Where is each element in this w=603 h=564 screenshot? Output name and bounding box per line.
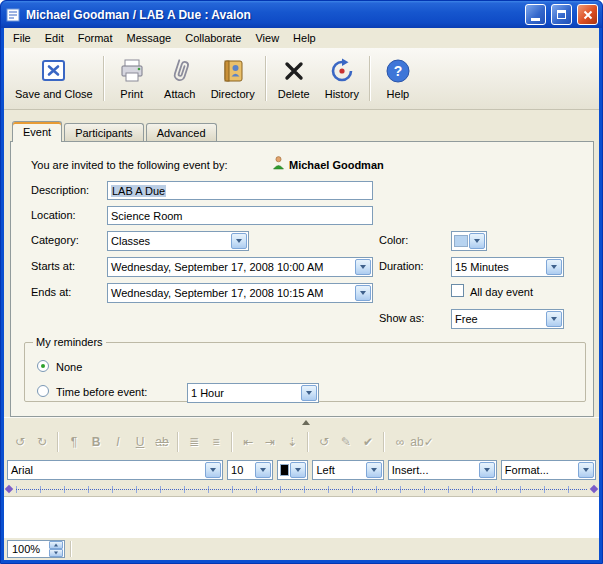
spellcheck-button[interactable]: ab✓ [411,431,433,453]
menu-file[interactable]: File [6,29,38,47]
maximize-button[interactable] [551,4,572,25]
chevron-down-icon [366,462,382,478]
menu-collaborate[interactable]: Collaborate [178,29,248,47]
color-select[interactable] [451,231,487,251]
rotate-button[interactable]: ↺ [313,431,335,453]
numbered-list-button[interactable]: ≡ [205,431,227,453]
color-swatch [454,235,468,247]
undo-button[interactable]: ↺ [9,431,31,453]
show-as-label: Show as: [379,312,424,324]
zoom-spinner [49,541,63,557]
history-icon [328,57,356,85]
menu-format[interactable]: Format [71,29,120,47]
redo-button[interactable]: ↻ [31,431,53,453]
help-button[interactable]: ? Help [374,50,422,107]
window-title: Michael Goodman / LAB A Due : Avalon [26,8,520,22]
category-label: Category: [31,234,79,246]
titlebar[interactable]: Michael Goodman / LAB A Due : Avalon [1,1,602,28]
italic-button[interactable]: I [107,431,129,453]
ruler-line [16,489,587,490]
print-button[interactable]: Print [108,50,156,107]
indent-button[interactable]: ⇥ [259,431,281,453]
zoom-control[interactable]: 100% [7,540,65,558]
reminder-time-radio[interactable] [37,385,49,397]
history-button[interactable]: History [318,50,366,107]
format-separator [383,432,385,452]
toolbar-separator [369,56,371,101]
menu-view[interactable]: View [248,29,286,47]
description-value: LAB A Due [111,185,166,197]
duration-select[interactable]: 15 Minutes [451,257,564,277]
ends-at-select[interactable]: Wednesday, September 17, 2008 10:15 AM [107,283,373,303]
statusbar: 100% [4,537,599,560]
collapse-divider[interactable] [4,417,599,427]
chevron-down-icon [578,462,594,478]
chevron-down-icon [355,285,371,301]
starts-at-select[interactable]: Wednesday, September 17, 2008 10:00 AM [107,257,373,277]
outdent-button[interactable]: ⇤ [237,431,259,453]
category-select[interactable]: Classes [107,231,249,251]
reminder-time-select[interactable]: 1 Hour [187,383,319,403]
svg-text:?: ? [394,63,403,79]
paperclip-icon [166,57,194,85]
organizer-icon [273,156,284,170]
format-separator [177,432,179,452]
main-toolbar: Save and Close Print Attach [4,48,599,110]
show-as-select[interactable]: Free [451,309,564,329]
zoom-down-button[interactable] [49,549,63,557]
alignment-select[interactable]: Left [312,460,383,480]
minimize-button[interactable] [525,4,546,25]
menu-help[interactable]: Help [286,29,323,47]
description-input[interactable]: LAB A Due [107,181,373,200]
printer-icon [118,57,146,85]
format-separator [307,432,309,452]
my-reminders-group: My reminders None Time before event: 1 H… [24,336,586,402]
left-margin-marker[interactable] [5,485,13,493]
reminder-none-label: None [56,361,82,373]
location-value: Science Room [111,210,183,222]
reminder-none-radio[interactable] [37,360,49,372]
directory-button[interactable]: Directory [204,50,262,107]
all-day-checkbox[interactable] [451,284,464,297]
close-button[interactable] [577,4,598,25]
tabstrip: Event Participants Advanced [10,120,594,141]
paragraph-button[interactable]: ¶ [63,431,85,453]
color-label: Color: [379,234,408,246]
find-button[interactable]: ∞ [389,431,411,453]
chevron-down-icon [546,259,562,275]
format-select[interactable]: Format... [501,460,596,480]
font-family-select[interactable]: Arial [7,460,223,480]
strikethrough-button[interactable]: ab [151,431,173,453]
tab-advanced[interactable]: Advanced [146,123,217,141]
toolbar-separator [265,56,267,101]
message-body-editor[interactable] [4,496,599,537]
delete-button[interactable]: Delete [270,50,318,107]
accept-check-button[interactable]: ✔ [357,431,379,453]
chevron-down-icon [231,233,247,249]
tab-event[interactable]: Event [12,121,62,142]
menu-edit[interactable]: Edit [38,29,71,47]
save-and-close-button[interactable]: Save and Close [8,50,100,107]
close-icon [583,10,593,20]
window-client: File Edit Format Message Collaborate Vie… [4,28,599,560]
right-margin-marker[interactable] [590,485,598,493]
tab-participants[interactable]: Participants [64,123,143,141]
underline-button[interactable]: U [129,431,151,453]
attach-button[interactable]: Attach [156,50,204,107]
font-color-swatch [280,464,290,476]
toolbar-separator [103,56,105,101]
insert-select[interactable]: Insert... [388,460,497,480]
bold-button[interactable]: B [85,431,107,453]
font-color-select[interactable] [277,460,309,480]
zoom-up-button[interactable] [49,541,63,549]
move-down-button[interactable]: ⇣ [281,431,303,453]
description-label: Description: [31,184,89,196]
font-size-select[interactable]: 10 [227,460,273,480]
menu-message[interactable]: Message [120,29,179,47]
location-input[interactable]: Science Room [107,206,373,225]
chevron-down-icon [255,462,271,478]
window-icon [5,7,21,23]
bullet-list-button[interactable]: ≣ [183,431,205,453]
edit-pencil-button[interactable]: ✎ [335,431,357,453]
ruler[interactable] [4,483,599,496]
